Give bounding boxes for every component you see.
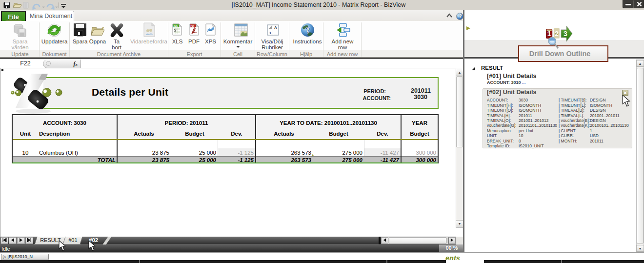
svg-text:1: 1 bbox=[547, 30, 551, 38]
svg-text:3: 3 bbox=[564, 30, 567, 38]
svg-text:A: A bbox=[274, 25, 277, 30]
svg-text:XLS: XLS bbox=[174, 25, 178, 27]
svg-text:?: ? bbox=[305, 26, 310, 35]
svg-text:1: 1 bbox=[269, 31, 272, 35]
svg-text:PDF: PDF bbox=[191, 25, 195, 27]
svg-text:2: 2 bbox=[555, 30, 559, 38]
